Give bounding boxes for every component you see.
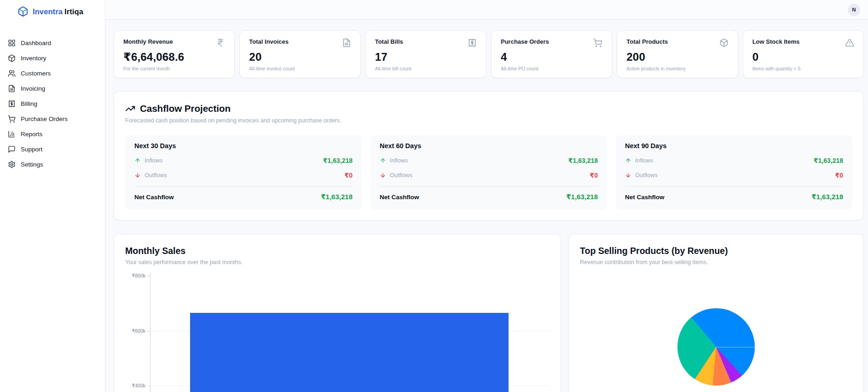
stat-subtitle: All-time PO count	[501, 66, 602, 71]
inflows-value: ₹1,63,218	[568, 157, 598, 164]
divider	[625, 186, 843, 187]
divider	[134, 186, 353, 187]
stat-label: Monthly Revenue	[123, 38, 173, 45]
stat-value: 0	[752, 51, 854, 63]
sidebar-item-customers[interactable]: Customers	[0, 66, 105, 81]
sidebar-item-label: Customers	[21, 70, 51, 77]
arrow-up-icon	[134, 157, 141, 164]
monthly-sales-card: Monthly Sales Your sales performance ove…	[114, 234, 561, 392]
shopping-cart-icon	[8, 115, 16, 123]
user-avatar[interactable]: N	[848, 4, 860, 16]
stat-subtitle: All-time bill count	[375, 66, 477, 71]
alert-triangle-icon	[845, 38, 854, 47]
cashflow-next-30-days: Next 30 Days Inflows ₹1,63,218 Outflows …	[125, 135, 362, 210]
stat-card-total-bills: Total Bills 17 All-time bill count	[365, 30, 486, 78]
stat-value: 200	[626, 51, 728, 63]
stats-row: Monthly Revenue ₹6,64,068.6 For the curr…	[114, 30, 864, 78]
sidebar-item-settings[interactable]: Settings	[0, 157, 105, 172]
sidebar-item-label: Reports	[21, 131, 42, 138]
stat-label: Total Products	[626, 38, 668, 45]
net-cashflow-label: Net Cashflow	[134, 194, 174, 201]
sidebar-item-label: Invoicing	[21, 85, 45, 92]
stat-value: 17	[375, 51, 477, 63]
net-cashflow-label: Net Cashflow	[380, 194, 419, 201]
y-tick-label: ₹800k	[125, 273, 145, 278]
receipt-icon	[468, 38, 477, 47]
cashflow-period-title: Next 60 Days	[380, 142, 598, 150]
cashflow-period-title: Next 30 Days	[134, 142, 353, 150]
inflows-label: Inflows	[145, 157, 162, 164]
inflows-value: ₹1,63,218	[814, 157, 843, 164]
stat-label: Purchase Orders	[501, 38, 549, 45]
app-logo[interactable]: InventraIrtiqa	[0, 0, 105, 23]
arrow-up-icon	[380, 157, 386, 164]
inflows-label: Inflows	[390, 157, 408, 164]
stat-subtitle: All-time invoice count	[249, 66, 351, 71]
net-cashflow-value: ₹1,63,218	[811, 193, 843, 201]
section-title: Cashflow Projection	[140, 103, 231, 114]
top-products-card: Top Selling Products (by Revenue) Revenu…	[568, 234, 864, 392]
net-cashflow-value: ₹1,63,218	[566, 193, 598, 201]
stat-label: Low Stock Items	[752, 38, 800, 45]
top-products-pie-chart[interactable]	[677, 308, 755, 386]
y-tick-mark	[147, 276, 150, 276]
y-axis-line	[150, 273, 150, 392]
sidebar-item-invoicing[interactable]: Invoicing	[0, 81, 105, 96]
settings-icon	[8, 161, 16, 168]
sidebar-item-purchase-orders[interactable]: Purchase Orders	[0, 111, 105, 127]
sales-bar[interactable]	[190, 313, 509, 392]
message-square-icon	[8, 145, 16, 153]
arrow-up-icon	[625, 157, 631, 164]
stat-subtitle: For the current month	[123, 66, 225, 71]
stat-value: ₹6,64,068.6	[123, 51, 225, 63]
sidebar-nav: Dashboard Inventory Customers Invoicing …	[0, 35, 105, 172]
sidebar-item-inventory[interactable]: Inventory	[0, 51, 105, 66]
arrow-down-icon	[625, 172, 631, 179]
bar-chart-icon	[8, 130, 16, 138]
stat-card-purchase-orders: Purchase Orders 4 All-time PO count	[491, 30, 612, 78]
sidebar-item-label: Purchase Orders	[21, 115, 68, 122]
stat-label: Total Bills	[375, 38, 403, 45]
net-cashflow-label: Net Cashflow	[625, 194, 665, 201]
section-subtitle: Forecasted cash position based on pendin…	[125, 117, 852, 124]
package-logo-icon	[17, 6, 29, 17]
cashflow-periods: Next 30 Days Inflows ₹1,63,218 Outflows …	[125, 135, 852, 210]
file-text-icon	[342, 38, 351, 47]
stat-value: 20	[249, 51, 351, 63]
stat-label: Total Invoices	[249, 38, 289, 45]
sidebar-item-billing[interactable]: Billing	[0, 96, 105, 111]
charts-row: Monthly Sales Your sales performance ove…	[114, 234, 864, 392]
users-icon	[8, 69, 16, 77]
layout-grid-icon	[8, 39, 16, 47]
sidebar-item-reports[interactable]: Reports	[0, 127, 105, 142]
sidebar: InventraIrtiqa Dashboard Inventory Custo…	[0, 0, 105, 392]
stat-card-monthly-revenue: Monthly Revenue ₹6,64,068.6 For the curr…	[114, 30, 235, 78]
arrow-down-icon	[134, 172, 141, 179]
file-text-icon	[8, 85, 16, 92]
cashflow-next-90-days: Next 90 Days Inflows ₹1,63,218 Outflows …	[616, 135, 852, 210]
package-icon	[719, 38, 729, 47]
y-tick-label: ₹400k	[125, 383, 145, 388]
sidebar-item-support[interactable]: Support	[0, 142, 105, 157]
chart-title: Top Selling Products (by Revenue)	[580, 246, 852, 256]
arrow-down-icon	[380, 172, 386, 179]
stat-subtitle: Items with quantity < 5	[752, 66, 854, 71]
sidebar-item-dashboard[interactable]: Dashboard	[0, 35, 105, 51]
cashflow-period-title: Next 90 Days	[625, 142, 843, 150]
stat-card-low-stock-items: Low Stock Items 0 Items with quantity < …	[743, 30, 864, 78]
main-content: Monthly Revenue ₹6,64,068.6 For the curr…	[105, 20, 868, 392]
inflows-label: Inflows	[635, 157, 653, 164]
pie-slice-divider	[716, 347, 755, 347]
outflows-label: Outflows	[145, 172, 167, 179]
sidebar-item-label: Settings	[21, 161, 43, 168]
outflows-value: ₹0	[590, 172, 598, 179]
chart-title: Monthly Sales	[125, 246, 550, 256]
sidebar-item-label: Inventory	[21, 55, 46, 62]
sidebar-item-label: Support	[21, 146, 42, 153]
monthly-sales-bar-chart: ₹800k₹600k₹400k	[125, 271, 550, 392]
chart-subtitle: Your sales performance over the past mon…	[125, 259, 550, 265]
brand-primary: Inventra	[33, 7, 63, 16]
trending-up-icon	[125, 104, 135, 114]
chart-subtitle: Revenue contribution from your best-sell…	[580, 259, 852, 265]
indian-rupee-icon	[216, 38, 225, 47]
